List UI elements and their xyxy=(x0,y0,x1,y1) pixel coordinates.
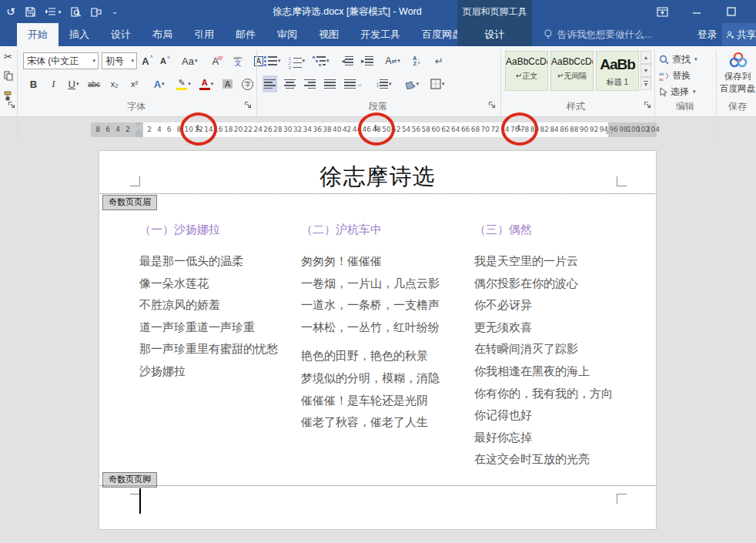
line-spacing-button[interactable]: ↕▾ xyxy=(374,75,393,92)
shading-button[interactable]: ▾ xyxy=(403,75,421,92)
text-effects-button[interactable]: A▾ xyxy=(152,75,166,92)
save-icon[interactable] xyxy=(25,7,35,17)
poem-line[interactable]: 沙扬娜拉 xyxy=(139,360,278,383)
numbering-button[interactable]: 123▾ xyxy=(287,52,307,69)
styles-dialog-launcher[interactable] xyxy=(644,101,653,110)
tell-me-box[interactable]: 告诉我您想要做什么... xyxy=(544,23,652,46)
tab-8[interactable]: 视图 xyxy=(308,23,350,46)
first-line-indent-marker[interactable] xyxy=(135,122,142,127)
tab-4[interactable]: 布局 xyxy=(142,23,183,46)
poem-line[interactable]: 那一声珍重里有蜜甜的忧愁 xyxy=(139,338,278,360)
tab-7[interactable]: 审阅 xyxy=(266,23,308,46)
change-case-button[interactable]: Aa▾ xyxy=(180,52,199,69)
bold-button[interactable]: B xyxy=(26,75,41,92)
superscript-button[interactable]: x² xyxy=(127,75,142,92)
poem-line[interactable]: 匆匆匆！催催催 xyxy=(301,250,440,273)
tab-1[interactable]: 开始 xyxy=(17,23,59,46)
poem-line[interactable]: 一卷烟，一片山，几点云影 xyxy=(301,273,440,295)
format-painter-button[interactable] xyxy=(3,91,13,101)
poem-line[interactable]: 不胜凉风的娇羞 xyxy=(139,294,278,317)
poem-line[interactable]: 我是天空里的一片云 xyxy=(474,250,613,273)
poem-line[interactable]: 最是那一低头的温柔 xyxy=(139,250,278,273)
new-window-icon[interactable] xyxy=(91,7,102,17)
subscript-button[interactable]: x₂ xyxy=(107,75,122,92)
tab-3[interactable]: 设计 xyxy=(100,23,142,46)
borders-button[interactable]: ▾ xyxy=(429,75,447,92)
document-page[interactable]: 徐志摩诗选 奇数页页眉 （一）沙扬娜拉最是那一低头的温柔像一朵水莲花不胜凉风的娇… xyxy=(99,150,657,530)
minimize-icon[interactable] xyxy=(684,0,710,23)
styles-scroll-down-button[interactable]: ▼ xyxy=(641,64,651,77)
replace-button[interactable]: abac替换 xyxy=(659,67,691,84)
poem-line[interactable]: 催老了秋容，催老了人生 xyxy=(301,411,440,434)
clipboard-dialog-launcher[interactable] xyxy=(8,101,17,110)
list-arrow-icon[interactable]: ▾ xyxy=(45,7,62,16)
align-left-button[interactable] xyxy=(263,75,277,92)
customize-qat-icon[interactable]: ⌄ xyxy=(112,8,118,15)
font-dialog-launcher[interactable] xyxy=(244,101,253,110)
find-button[interactable]: 查找▾ xyxy=(659,51,697,68)
poem-line[interactable]: 梦境似的分明，模糊，消隐 xyxy=(301,367,440,390)
poem-line[interactable]: 你我相逢在黑夜的海上 xyxy=(474,360,613,383)
right-indent-marker[interactable] xyxy=(605,129,614,134)
poem-line[interactable]: 更无须欢喜 xyxy=(474,317,613,339)
poem-line[interactable]: 像一朵水莲花 xyxy=(139,273,278,295)
font-color-button[interactable]: A▾ xyxy=(198,75,216,92)
poem-line[interactable]: 你记得也好 xyxy=(474,404,613,427)
poem-line[interactable]: 艳色的田野，艳色的秋景 xyxy=(301,345,440,367)
multilevel-list-button[interactable]: ▾ xyxy=(311,52,331,69)
ribbon-display-options-icon[interactable] xyxy=(649,0,675,23)
phonetic-guide-button[interactable]: wén文 xyxy=(230,52,245,69)
font-size-select[interactable]: 初号▾ xyxy=(102,52,137,69)
poem-line[interactable]: 在转瞬间消灭了踪影 xyxy=(474,338,613,360)
asian-layout-button[interactable]: A⇄▾ xyxy=(384,52,402,69)
share-button[interactable]: 共享 xyxy=(722,23,756,46)
document-header-title[interactable]: 徐志摩诗选 xyxy=(99,162,656,193)
left-indent-marker[interactable] xyxy=(135,133,142,137)
tab-6[interactable]: 邮件 xyxy=(225,23,266,46)
poem-line[interactable]: 一道水，一条桥，一支橹声 xyxy=(301,294,440,317)
poem-title[interactable]: （二）沪杭车中 xyxy=(301,223,440,237)
shrink-font-button[interactable]: A˅ xyxy=(158,52,172,69)
poem-line[interactable]: 催催催！是车轮还是光阴 xyxy=(301,390,440,412)
styles-scroll-up-button[interactable]: ▲ xyxy=(641,51,651,64)
poem-line[interactable]: 最好你忘掉 xyxy=(474,427,613,449)
tab-design-contextual[interactable]: 设计 xyxy=(457,23,532,46)
character-shading-button[interactable]: A xyxy=(220,75,235,92)
poem-line[interactable]: 你有你的，我有我的，方向 xyxy=(474,383,613,405)
italic-button[interactable]: I xyxy=(46,75,61,92)
odd-page-header-tag[interactable]: 奇数页页眉 xyxy=(102,195,157,210)
enclose-characters-button[interactable]: 字 xyxy=(240,75,255,92)
paragraph-dialog-launcher[interactable] xyxy=(488,101,497,110)
save-to-baidu-button[interactable]: 保存到 百度网盘 xyxy=(719,71,756,95)
cut-button[interactable]: ✂ xyxy=(4,51,12,62)
show-hide-marks-button[interactable]: ↵ xyxy=(432,52,447,69)
maximize-icon[interactable] xyxy=(718,0,744,23)
print-preview-icon[interactable] xyxy=(71,7,81,17)
align-center-button[interactable] xyxy=(283,75,297,92)
undo-icon[interactable]: ↺ xyxy=(6,6,15,17)
tab-9[interactable]: 开发工具 xyxy=(350,23,411,46)
select-button[interactable]: 选择▾ xyxy=(659,83,696,100)
increase-indent-button[interactable]: ▸ xyxy=(360,52,375,69)
strikethrough-button[interactable]: abc xyxy=(86,75,102,92)
styles-more-button[interactable]: ▼ xyxy=(641,77,651,90)
justify-button[interactable] xyxy=(323,75,337,92)
grow-font-button[interactable]: A˄ xyxy=(140,52,155,69)
poem-line[interactable]: 道一声珍重道一声珍重 xyxy=(139,317,278,339)
align-right-button[interactable] xyxy=(303,75,317,92)
poem-line[interactable]: 一林松，一丛竹，红叶纷纷 xyxy=(301,317,440,339)
tab-2[interactable]: 插入 xyxy=(59,23,100,46)
copy-button[interactable] xyxy=(4,71,13,81)
poem-title[interactable]: （一）沙扬娜拉 xyxy=(139,223,278,237)
tab-5[interactable]: 引用 xyxy=(183,23,225,46)
style-card-2[interactable]: AaBbCcDd↵无间隔 xyxy=(550,51,594,91)
font-name-select[interactable]: 宋体 (中文正▾ xyxy=(23,52,99,69)
style-card-3[interactable]: AaBb标题 1 xyxy=(596,51,639,91)
underline-button[interactable]: U▾ xyxy=(66,75,81,92)
clear-formatting-button[interactable]: A xyxy=(208,52,222,69)
style-card-1[interactable]: AaBbCcDd↵正文 xyxy=(505,51,548,91)
distribute-button[interactable]: ↔ xyxy=(343,75,364,92)
signin-button[interactable]: 登录 xyxy=(697,23,717,46)
sort-button[interactable]: AZ↓ xyxy=(410,52,424,69)
poem-line[interactable]: 偶尔投影在你的波心 xyxy=(474,273,613,295)
